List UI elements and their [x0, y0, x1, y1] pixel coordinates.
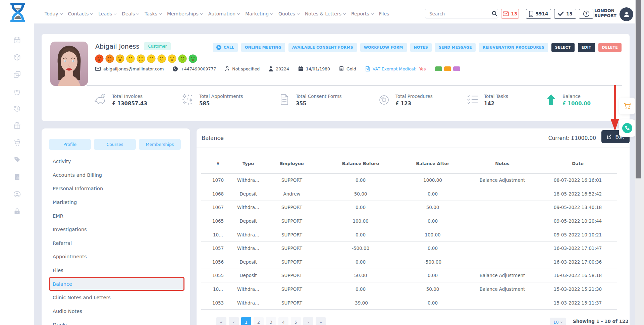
balance-row[interactable]: 1053Withdra...SUPPORT-39.000.0015-03-202… — [201, 296, 617, 310]
notes-button[interactable]: NOTES — [410, 43, 432, 52]
menu-item[interactable]: Deals — [122, 11, 139, 16]
menu-item-drinks[interactable]: Drinks — [49, 318, 184, 325]
history-icon[interactable] — [13, 105, 21, 113]
profile-tab[interactable]: Memberships — [139, 139, 181, 150]
balance-row[interactable]: 10...Withdra...SUPPORT0.00100.0009-05-20… — [201, 228, 617, 241]
page-button-3[interactable]: 3 — [266, 317, 276, 325]
menu-item-appointments[interactable]: Appointments — [49, 250, 184, 264]
badge-icon — [339, 66, 344, 71]
menu-item-clinic-notes-and-letters[interactable]: Clinic Notes and Letters — [49, 291, 184, 305]
menu-item-personal-information[interactable]: Personal Information — [49, 182, 184, 196]
send-message-button[interactable]: SEND MESSAGE — [435, 43, 476, 52]
satisfaction-emoji[interactable] — [126, 54, 135, 63]
app-logo[interactable] — [8, 2, 28, 23]
menu-item-balance[interactable]: Balance — [49, 277, 184, 291]
balance-row[interactable]: 10...Withdra...SUPPORT0.0050.00Balance A… — [201, 282, 617, 296]
rejuvenation-procedures-button[interactable]: REJUVENATION PROCEDURES — [479, 43, 548, 52]
profile-tab[interactable]: Courses — [94, 139, 136, 150]
balance-row[interactable]: 1056DepositSUPPORT0.00-500.0016-03-2022 … — [201, 255, 617, 269]
page-button-4[interactable]: 4 — [278, 317, 288, 325]
available-consent-forms-button[interactable]: AVAILABLE CONSENT FORMS — [288, 43, 357, 52]
balance-row[interactable]: 1055DepositSUPPORT50.000.00Balance Adjus… — [201, 269, 617, 282]
tags-icon[interactable] — [13, 156, 21, 164]
menu-item[interactable]: Memberships — [167, 11, 203, 16]
balance-row[interactable]: 1067Withdra...SUPPORT0.0050.0009-05-2022… — [201, 201, 617, 214]
satisfaction-emoji[interactable] — [189, 54, 197, 63]
menu-item[interactable]: Leads — [98, 11, 116, 16]
balance-row[interactable]: 1070Withdra...SUPPORT0.001000.00Balance … — [201, 173, 617, 187]
profile-tab[interactable]: Profile — [49, 139, 91, 150]
help-button[interactable]: ? — [579, 9, 593, 19]
first-page-button[interactable]: « — [216, 317, 226, 325]
page-size-select[interactable]: 10 — [550, 318, 566, 325]
next-page-button[interactable]: › — [303, 317, 313, 325]
satisfaction-emoji[interactable] — [95, 54, 104, 63]
menu-item-files[interactable]: Files — [49, 264, 184, 277]
stat-label: Total Invoices — [112, 94, 147, 99]
stat-total-procedures: Total Procedures£ 123 — [377, 93, 433, 107]
menu-item[interactable]: Reports — [351, 11, 373, 16]
satisfaction-emoji[interactable] — [157, 54, 166, 63]
search-button[interactable] — [491, 9, 498, 18]
menu-item[interactable]: Quotes — [278, 11, 299, 16]
balance-row[interactable]: 1057Withdra...SUPPORT-500.000.0016-03-20… — [201, 241, 617, 255]
menu-item-marketing[interactable]: Marketing — [49, 196, 184, 209]
cart-icon — [623, 102, 632, 110]
scrollbar-thumb[interactable] — [636, 0, 641, 178]
delete-button[interactable]: DELETE — [598, 43, 622, 52]
user-avatar[interactable] — [620, 7, 633, 21]
workflow-form-button[interactable]: WORKFLOW FORM — [360, 43, 407, 52]
tasks-button[interactable]: 13 — [554, 9, 576, 19]
page-button-5[interactable]: 5 — [291, 317, 301, 325]
page-button-2[interactable]: 2 — [254, 317, 264, 325]
lock-icon[interactable] — [13, 207, 21, 215]
calendar-icon[interactable]: 12 — [13, 36, 21, 44]
copy-icon[interactable] — [13, 70, 21, 78]
last-page-button[interactable]: » — [316, 317, 326, 325]
menu-item[interactable]: Marketing — [245, 11, 273, 16]
satisfaction-emoji[interactable] — [137, 54, 145, 63]
call-float-button[interactable] — [619, 119, 636, 137]
menu-item[interactable]: Contacts — [68, 11, 93, 16]
menu-item-emr[interactable]: EMR — [49, 209, 184, 223]
prev-page-button[interactable]: ‹ — [229, 317, 239, 325]
menu-item[interactable]: Today — [45, 11, 62, 16]
menu-item-investigations[interactable]: Investigations — [49, 223, 184, 236]
user-badge-icon[interactable] — [13, 190, 21, 198]
select-button[interactable]: SELECT — [551, 43, 575, 52]
envelope-icon — [503, 11, 509, 16]
balance-row[interactable]: 1068DepositAndrew50.000.0018-05-2022 16:… — [201, 187, 617, 201]
customer-phone[interactable]: +447490009777 — [173, 66, 216, 71]
menu-item-referral[interactable]: Referral — [49, 236, 184, 250]
customer-email[interactable]: abigailjones@mailinator.com — [95, 66, 164, 71]
messages-button[interactable]: 13 — [501, 9, 519, 19]
online-meeting-button[interactable]: ONLINE MEETING — [241, 43, 285, 52]
menu-item[interactable]: Tasks — [145, 11, 161, 16]
package-icon[interactable] — [13, 53, 21, 61]
menu-item-activity[interactable]: Activity — [49, 155, 184, 168]
satisfaction-emoji[interactable] — [178, 54, 187, 63]
search-input[interactable] — [425, 9, 491, 18]
satisfaction-emoji[interactable] — [116, 54, 124, 63]
calls-button[interactable]: 5914 — [526, 9, 551, 19]
shopping-bag-icon[interactable] — [13, 88, 21, 96]
page-button-1[interactable]: 1 — [241, 317, 251, 325]
menu-item-audio-notes[interactable]: Audio Notes — [49, 305, 184, 318]
satisfaction-emoji[interactable] — [147, 54, 156, 63]
satisfaction-emoji[interactable] — [168, 54, 176, 63]
report-icon[interactable] — [13, 173, 21, 181]
call-button[interactable]: CALL — [213, 43, 238, 52]
menu-item[interactable]: Automation — [208, 11, 240, 16]
customer-photo[interactable] — [50, 42, 88, 86]
satisfaction-emoji[interactable] — [105, 54, 114, 63]
edit-button[interactable]: EDIT — [578, 43, 595, 52]
gift-icon[interactable] — [13, 122, 21, 130]
balance-row[interactable]: 1065DepositSUPPORT100.000.0009-05-2022 1… — [201, 214, 617, 228]
menu-item[interactable]: Files — [379, 11, 389, 16]
document-icon — [278, 93, 291, 107]
menu-item[interactable]: Notes & Letters — [305, 11, 345, 16]
cart-icon[interactable] — [13, 139, 21, 147]
scrollbar-track[interactable] — [635, 0, 644, 325]
menu-item-accounts-and-billing[interactable]: Accounts and Billing — [49, 168, 184, 182]
cart-float-button[interactable] — [619, 98, 636, 114]
